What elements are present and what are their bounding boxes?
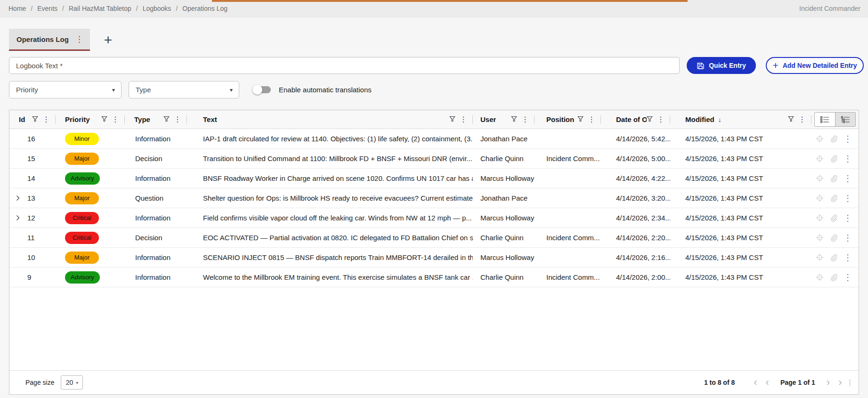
- first-page-button[interactable]: ‹: [753, 377, 758, 388]
- column-header-priority[interactable]: Priority ⋮: [56, 110, 125, 129]
- column-menu-icon[interactable]: ⋮: [657, 116, 665, 123]
- breadcrumb-item[interactable]: Events: [37, 5, 57, 12]
- filter-funnel-icon[interactable]: [101, 115, 107, 124]
- tab-menu-icon[interactable]: ⋮: [75, 35, 83, 43]
- attachment-paperclip-icon[interactable]: [830, 195, 837, 202]
- column-menu-icon[interactable]: ⋮: [521, 116, 529, 123]
- breadcrumb-item[interactable]: Rail HazMat Tabletop: [69, 5, 131, 12]
- filter-funnel-icon[interactable]: [511, 115, 517, 124]
- row-menu-icon[interactable]: ⋮: [844, 213, 852, 223]
- column-header-id[interactable]: Id ⋮: [9, 110, 56, 129]
- filter-funnel-icon[interactable]: [449, 115, 455, 124]
- filter-row: Priority ▾ Type ▾ Enable automatic trans…: [9, 81, 372, 98]
- add-tab-button[interactable]: +: [102, 33, 114, 47]
- row-menu-icon[interactable]: ⋮: [844, 252, 852, 263]
- filter-funnel-icon[interactable]: [163, 115, 170, 124]
- geolocate-icon[interactable]: [816, 154, 824, 162]
- breadcrumb-separator: /: [136, 5, 138, 12]
- add-detailed-entry-button[interactable]: + Add New Detailed Entry: [766, 57, 864, 74]
- column-menu-icon[interactable]: ⋮: [112, 116, 119, 123]
- cell-date-of-occurrence: 4/14/2026, 5:42...: [601, 135, 670, 143]
- cell-id: 11: [27, 234, 35, 242]
- expand-chevron-icon[interactable]: [13, 195, 23, 201]
- column-menu-icon[interactable]: ⋮: [42, 116, 50, 123]
- filter-funnel-icon[interactable]: [647, 115, 653, 124]
- column-header-type[interactable]: Type ⋮: [125, 110, 187, 129]
- cell-position: Incident Comm...: [535, 234, 601, 242]
- column-menu-icon[interactable]: ⋮: [174, 116, 181, 123]
- geolocate-icon[interactable]: [816, 194, 824, 202]
- quick-entry-button[interactable]: Quick Entry: [687, 57, 756, 74]
- breadcrumb-item[interactable]: Operations Log: [182, 5, 227, 12]
- table-row[interactable]: 16 Minor Information IAP-1 draft circula…: [9, 129, 859, 149]
- geolocate-icon[interactable]: [816, 253, 824, 261]
- role-label: Incident Commander: [799, 5, 860, 12]
- column-header-user[interactable]: User ⋮: [473, 110, 535, 129]
- table-row[interactable]: 10 Major Information SCENARIO INJECT 081…: [9, 248, 859, 268]
- breadcrumb-item[interactable]: Home: [8, 5, 26, 12]
- cell-modified: 4/15/2026, 1:43 PM CST: [670, 234, 811, 242]
- column-header-position[interactable]: Position ⋮: [535, 110, 601, 129]
- attachment-paperclip-icon[interactable]: [830, 135, 837, 143]
- column-menu-icon[interactable]: ⋮: [588, 116, 595, 123]
- attachment-paperclip-icon[interactable]: [830, 274, 837, 281]
- attachment-paperclip-icon[interactable]: [830, 155, 837, 162]
- tree-view-button[interactable]: [835, 113, 855, 126]
- table-row[interactable]: 12 Critical Information Field confirms v…: [9, 208, 859, 228]
- next-page-button[interactable]: ›: [826, 377, 831, 388]
- column-menu-icon[interactable]: ⋮: [798, 116, 806, 123]
- column-header-date-of-o[interactable]: Date of O... ⋮: [601, 110, 670, 129]
- filter-funnel-icon[interactable]: [788, 115, 794, 124]
- row-menu-icon[interactable]: ⋮: [844, 154, 852, 164]
- translations-toggle-label: Enable automatic translations: [279, 86, 372, 94]
- table-row[interactable]: 14 Advisory Information BNSF Roadway Wor…: [9, 169, 859, 188]
- table-row[interactable]: 9 Advisory Information Welcome to the Mi…: [9, 268, 859, 287]
- breadcrumb-separator: /: [176, 5, 178, 12]
- attachment-paperclip-icon[interactable]: [830, 234, 837, 242]
- attachment-paperclip-icon[interactable]: [830, 254, 837, 261]
- cell-text: IAP-1 draft circulated for review at 114…: [187, 135, 473, 143]
- list-view-button[interactable]: [815, 113, 835, 126]
- page-size-select[interactable]: 20 ▾: [61, 375, 83, 390]
- filter-funnel-icon[interactable]: [32, 115, 38, 124]
- cell-user: Charlie Quinn: [473, 234, 535, 242]
- table-row[interactable]: 13 Major Question Shelter question for O…: [9, 188, 859, 208]
- column-header-text[interactable]: Text ⋮: [187, 110, 473, 129]
- logbook-text-input[interactable]: [9, 57, 680, 74]
- cell-modified: 4/15/2026, 1:43 PM CST: [670, 253, 811, 261]
- row-menu-icon[interactable]: ⋮: [844, 134, 852, 144]
- translations-toggle[interactable]: [253, 86, 271, 93]
- top-accent-bar: [212, 0, 688, 2]
- entry-row: Quick Entry + Add New Detailed Entry: [9, 57, 864, 74]
- type-select[interactable]: Type ▾: [129, 81, 239, 98]
- priority-select[interactable]: Priority ▾: [9, 81, 122, 98]
- column-header-modified[interactable]: Modified ↓ ⋮: [670, 110, 811, 129]
- row-menu-icon[interactable]: ⋮: [844, 272, 852, 283]
- cell-position: Incident Comm...: [535, 273, 601, 281]
- last-page-button[interactable]: ›: [837, 377, 843, 388]
- geolocate-icon[interactable]: [816, 273, 824, 281]
- cell-type: Information: [125, 135, 187, 143]
- caret-down-icon: ▾: [76, 380, 78, 385]
- row-menu-icon[interactable]: ⋮: [844, 193, 852, 203]
- caret-down-icon: ▾: [112, 87, 115, 93]
- breadcrumb: Home/Events/Rail HazMat Tabletop/Logbook…: [8, 5, 227, 12]
- geolocate-icon[interactable]: [816, 234, 824, 242]
- geolocate-icon[interactable]: [816, 214, 824, 222]
- attachment-paperclip-icon[interactable]: [830, 175, 837, 182]
- attachment-paperclip-icon[interactable]: [830, 214, 837, 222]
- plus-icon: +: [772, 60, 778, 70]
- breadcrumb-item[interactable]: Logbooks: [143, 5, 171, 12]
- row-menu-icon[interactable]: ⋮: [844, 233, 852, 243]
- breadcrumb-bar: Home/Events/Rail HazMat Tabletop/Logbook…: [0, 0, 868, 17]
- expand-chevron-icon[interactable]: [13, 215, 23, 221]
- prev-page-button[interactable]: ‹: [765, 377, 770, 388]
- filter-funnel-icon[interactable]: [577, 115, 584, 124]
- row-menu-icon[interactable]: ⋮: [844, 173, 852, 184]
- table-row[interactable]: 15 Major Decision Transition to Unified …: [9, 149, 859, 169]
- tab-operations-log[interactable]: Operations Log ⋮: [9, 29, 90, 51]
- column-menu-icon[interactable]: ⋮: [460, 116, 467, 123]
- table-row[interactable]: 11 Critical Decision EOC ACTIVATED — Par…: [9, 228, 859, 248]
- geolocate-icon[interactable]: [816, 174, 824, 182]
- geolocate-icon[interactable]: [816, 135, 824, 143]
